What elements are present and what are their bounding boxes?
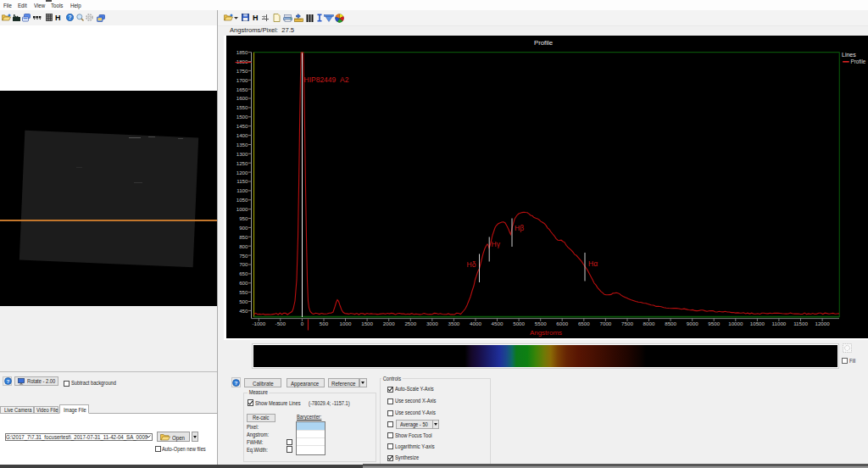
svg-text:1650: 1650	[236, 86, 248, 92]
svg-text:700: 700	[239, 261, 248, 267]
svg-text:9500: 9500	[708, 320, 720, 326]
svg-text:?: ?	[235, 379, 238, 385]
svg-text:Profile: Profile	[851, 58, 866, 64]
svg-text:7000: 7000	[600, 320, 612, 326]
svg-text:1000: 1000	[236, 206, 248, 212]
svg-text:12000: 12000	[815, 320, 830, 326]
svg-text:1200: 1200	[236, 170, 248, 176]
svg-text:800: 800	[239, 243, 248, 249]
svg-text:-500: -500	[275, 320, 287, 326]
svg-text:0: 0	[301, 320, 304, 326]
svg-text:HIP82449 A2: HIP82449 A2	[304, 75, 349, 84]
svg-text:7500: 7500	[621, 320, 633, 326]
svg-text:Hγ: Hγ	[492, 240, 501, 248]
svg-text:900: 900	[239, 225, 248, 231]
svg-text:650: 650	[239, 270, 248, 276]
svg-text:1150: 1150	[236, 178, 248, 184]
svg-text:?: ?	[68, 14, 71, 20]
svg-text:2000: 2000	[383, 320, 395, 326]
svg-text:5000: 5000	[513, 320, 525, 326]
svg-text:6500: 6500	[578, 320, 590, 326]
svg-text:1600: 1600	[236, 95, 248, 101]
svg-text:10500: 10500	[750, 320, 765, 326]
svg-text:Hα: Hα	[588, 259, 598, 268]
svg-text:3500: 3500	[448, 320, 460, 326]
svg-text:600: 600	[239, 280, 248, 286]
svg-text:750: 750	[239, 253, 248, 259]
svg-text:1000: 1000	[340, 320, 352, 326]
svg-text:5500: 5500	[535, 320, 547, 326]
svg-text:Angstroms: Angstroms	[530, 329, 562, 337]
svg-text:1500: 1500	[236, 114, 248, 120]
svg-text:500: 500	[239, 298, 248, 304]
svg-text:1700: 1700	[236, 77, 248, 83]
svg-text:Profile: Profile	[534, 39, 553, 47]
svg-text:1450: 1450	[236, 123, 248, 129]
svg-text:-1000: -1000	[252, 320, 265, 326]
svg-text:1550: 1550	[236, 104, 248, 110]
svg-text:9000: 9000	[687, 320, 698, 326]
svg-text:8500: 8500	[665, 320, 676, 326]
svg-text:Lines: Lines	[842, 52, 856, 58]
svg-text:1100: 1100	[236, 187, 248, 193]
svg-text:1400: 1400	[236, 132, 248, 138]
svg-text:1750: 1750	[236, 68, 248, 74]
svg-text:450: 450	[239, 308, 248, 314]
svg-text:Hδ: Hδ	[467, 260, 476, 269]
svg-text:550: 550	[239, 289, 248, 295]
svg-text:Hβ: Hβ	[515, 224, 524, 232]
svg-text:10000: 10000	[728, 320, 743, 326]
svg-text:1250: 1250	[236, 160, 248, 166]
svg-text:500: 500	[320, 320, 329, 326]
svg-text:1850: 1850	[236, 49, 248, 55]
svg-text:2500: 2500	[404, 320, 416, 326]
svg-text:?: ?	[6, 378, 9, 384]
svg-text:6000: 6000	[556, 320, 568, 326]
svg-text:3000: 3000	[426, 320, 438, 326]
svg-text:4500: 4500	[492, 320, 504, 326]
svg-text:4000: 4000	[470, 320, 481, 326]
svg-text:11000: 11000	[772, 320, 787, 326]
svg-text:850: 850	[239, 234, 248, 240]
svg-text:1800: 1800	[236, 58, 248, 64]
svg-text:1500: 1500	[361, 320, 373, 326]
svg-text:950: 950	[239, 215, 248, 221]
svg-text:1350: 1350	[236, 142, 248, 148]
svg-text:8000: 8000	[643, 320, 655, 326]
svg-text:1300: 1300	[236, 151, 248, 157]
svg-text:1050: 1050	[236, 197, 248, 203]
svg-text:11500: 11500	[793, 320, 808, 326]
